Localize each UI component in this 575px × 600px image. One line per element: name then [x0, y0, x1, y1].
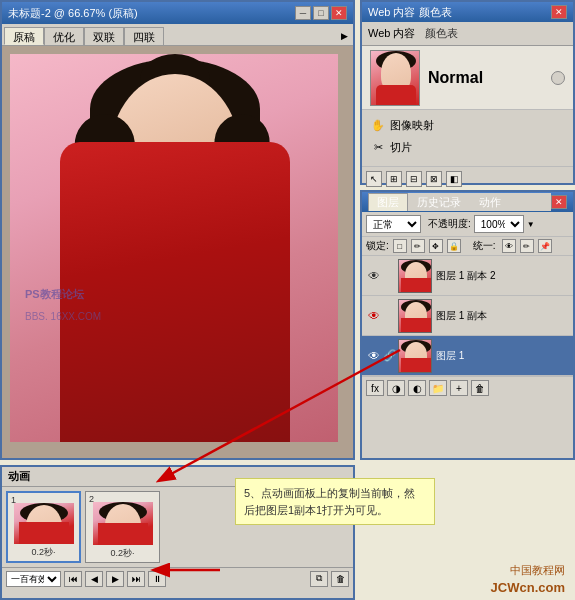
opacity-select[interactable]: 100%	[474, 215, 524, 233]
layers-panel: 图层 历史记录 动作 ✕ 正常 不透明度: 100% ▼ 锁定: □ ✏ ✥ 🔒…	[360, 190, 575, 460]
anim-first-btn[interactable]: ⏮	[64, 571, 82, 587]
layer-blend-controls: 正常 不透明度: 100% ▼	[362, 212, 573, 237]
web-panel-titlebar: Web 内容 颜色表 ✕	[362, 2, 573, 22]
tooltip: 5、点动画面板上的复制当前帧，然后把图层1副本1打开为可见。	[235, 478, 435, 525]
tab-scroll-arrow[interactable]: ▶	[337, 29, 351, 43]
web-content-panel: Web 内容 颜色表 ✕ Web 内容 颜色表 Normal ✋ 图像映射 ✂ …	[360, 0, 575, 185]
scissors-icon: ✂	[370, 139, 386, 155]
layers-panel-close[interactable]: ✕	[551, 195, 567, 209]
delete-layer-btn[interactable]: 🗑	[471, 380, 489, 396]
normal-label: Normal	[428, 69, 551, 87]
lock-checkbox[interactable]: □	[393, 239, 407, 253]
delete-frame-btn[interactable]: 🗑	[331, 571, 349, 587]
lock-row: 锁定: □ ✏ ✥ 🔒 统一: 👁 ✏ 📌	[362, 237, 573, 256]
slice-item[interactable]: ✂ 切片	[370, 136, 565, 158]
tab-actions[interactable]: 动作	[470, 193, 510, 211]
layer-visibility-icon[interactable]: 👁	[366, 268, 382, 284]
tab-optimize[interactable]: 优化	[44, 27, 84, 45]
new-group-btn[interactable]: 📁	[429, 380, 447, 396]
tool-btn-3[interactable]: ⊟	[406, 171, 422, 187]
blend-mode-select[interactable]: 正常	[366, 215, 421, 233]
figure-body	[60, 142, 290, 442]
minimize-button[interactable]: ─	[295, 6, 311, 20]
web-panel-header: Web 内容 颜色表	[362, 22, 573, 46]
tab-history[interactable]: 历史记录	[408, 193, 470, 211]
layer-chain-icon	[384, 308, 396, 324]
tool-btn-4[interactable]: ⊠	[426, 171, 442, 187]
anim-play-btn[interactable]: ▶	[106, 571, 124, 587]
image-map-item[interactable]: ✋ 图像映射	[370, 114, 565, 136]
titlebar-buttons: ─ □ ✕	[295, 6, 347, 20]
tab-dual[interactable]: 双联	[84, 27, 124, 45]
layer-row-copy1[interactable]: 👁 图层 1 副本	[362, 296, 573, 336]
layers-toolbar: fx ◑ ◐ 📁 + 🗑	[362, 376, 573, 399]
add-style-btn[interactable]: fx	[366, 380, 384, 396]
tool-btn-2[interactable]: ⊞	[386, 171, 402, 187]
web-tab-label[interactable]: Web 内容	[368, 26, 415, 41]
layer-thumbnail	[398, 259, 432, 293]
hand-icon: ✋	[370, 117, 386, 133]
watermark-line2: BBS. 16XX.COM	[25, 311, 101, 322]
main-canvas-window: 未标题-2 @ 66.67% (原稿) ─ □ ✕ 原稿 优化 双联 四联 ▶ …	[0, 0, 355, 460]
close-button[interactable]: ✕	[331, 6, 347, 20]
lock-paint-icon[interactable]: ✏	[411, 239, 425, 253]
anim-frame-2[interactable]: 2 0.2秒·	[85, 491, 160, 563]
image-map-label: 图像映射	[390, 118, 434, 133]
layer-name: 图层 1	[436, 349, 569, 363]
tab-quad[interactable]: 四联	[124, 27, 164, 45]
figure	[10, 54, 338, 442]
anim-frame-1[interactable]: 1 0.2秒·	[6, 491, 81, 563]
layers-panel-buttons: ✕	[551, 195, 567, 209]
new-layer-btn[interactable]: +	[450, 380, 468, 396]
web-panel-close[interactable]: ✕	[551, 5, 567, 19]
layer-chain-icon[interactable]: 🔗	[384, 348, 396, 364]
unify-label: 统一:	[473, 239, 496, 253]
web-panel-title: Web 内容 颜色表	[368, 5, 452, 20]
web-toolbar: ↖ ⊞ ⊟ ⊠ ◧	[362, 166, 573, 191]
opacity-dropdown-arrow: ▼	[527, 220, 535, 229]
loop-select[interactable]: 一百有效·	[6, 571, 61, 587]
add-mask-btn[interactable]: ◑	[387, 380, 405, 396]
anim-next-btn[interactable]: ⏭	[127, 571, 145, 587]
slice-label: 切片	[390, 140, 412, 155]
frame-delay-2: 0.2秒·	[110, 547, 134, 560]
layer-row-copy2[interactable]: 👁 图层 1 副本 2	[362, 256, 573, 296]
anim-controls-bar: 一百有效· ⏮ ◀ ▶ ⏭ ⏸ ⧉ 🗑	[2, 567, 353, 589]
unify-btn2[interactable]: ✏	[520, 239, 534, 253]
layer-visibility-icon[interactable]: 👁	[366, 308, 382, 324]
tool-btn-5[interactable]: ◧	[446, 171, 462, 187]
layer-thumbnail	[398, 339, 432, 373]
frame-thumb-2	[93, 502, 153, 545]
color-tab-label[interactable]: 颜色表	[425, 26, 458, 41]
tab-original[interactable]: 原稿	[4, 27, 44, 45]
tab-bar: 原稿 优化 双联 四联 ▶	[2, 24, 353, 46]
maximize-button[interactable]: □	[313, 6, 329, 20]
unify-btn3[interactable]: 📌	[538, 239, 552, 253]
main-title: 未标题-2 @ 66.67% (原稿)	[8, 6, 138, 21]
layer-chain-icon	[384, 268, 396, 284]
unify-btn1[interactable]: 👁	[502, 239, 516, 253]
anim-prev-btn[interactable]: ◀	[85, 571, 103, 587]
tooltip-text: 5、点动画面板上的复制当前帧，然后把图层1副本1打开为可见。	[244, 487, 415, 516]
opacity-label: 不透明度:	[428, 217, 471, 231]
canvas-image: PS教程论坛 BBS. 16XX.COM	[10, 54, 338, 442]
frame-thumb-1	[14, 503, 74, 544]
watermark-bottom-right-1: 中国教程网	[510, 563, 565, 578]
web-menu-items: ✋ 图像映射 ✂ 切片	[362, 110, 573, 162]
anim-stop-btn[interactable]: ⏸	[148, 571, 166, 587]
layer-visibility-icon[interactable]: 👁	[366, 348, 382, 364]
layer-thumbnail	[398, 299, 432, 333]
lock-move-icon[interactable]: ✥	[429, 239, 443, 253]
duplicate-frame-btn[interactable]: ⧉	[310, 571, 328, 587]
layer-name: 图层 1 副本	[436, 309, 569, 323]
web-panel-buttons: ✕	[551, 5, 567, 19]
normal-row: Normal	[362, 46, 573, 110]
layer-name: 图层 1 副本 2	[436, 269, 569, 283]
layer-row-base[interactable]: 👁 🔗 图层 1	[362, 336, 573, 376]
tab-layers[interactable]: 图层	[368, 193, 408, 211]
lock-all-icon[interactable]: 🔒	[447, 239, 461, 253]
adjustment-btn[interactable]: ◐	[408, 380, 426, 396]
normal-thumbnail	[370, 50, 420, 106]
watermark-bottom-right-2: JCWcn.com	[491, 580, 565, 595]
tool-btn-1[interactable]: ↖	[366, 171, 382, 187]
